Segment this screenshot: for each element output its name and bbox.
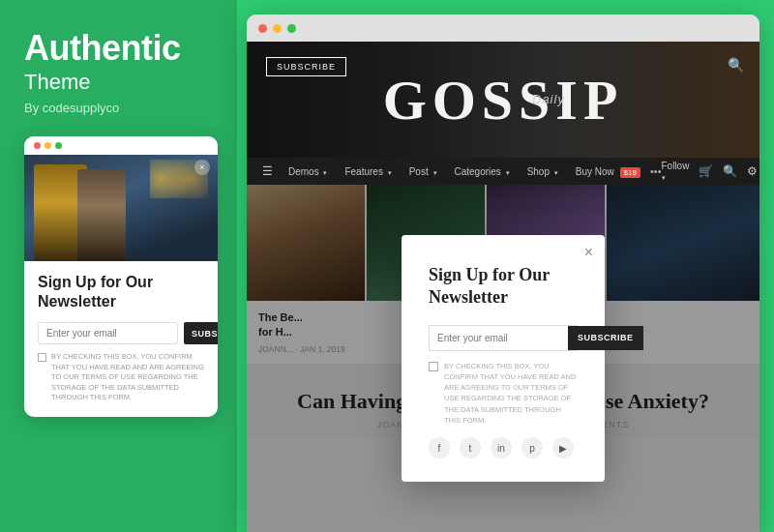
nav-right: Follow ▾ 🛒 🔍 ⚙ (662, 161, 759, 182)
browser-toolbar (247, 15, 759, 42)
cart-icon[interactable]: 🛒 (699, 164, 713, 178)
settings-icon[interactable]: ⚙ (747, 164, 758, 178)
modal-socials: f t in p ▶ (429, 437, 578, 458)
site-content: The Be...for H... JOANN... · JAN 1, 2019… (247, 185, 759, 532)
mobile-card-body: Sign Up for Our Newsletter SUBSCRIBE BY … (24, 261, 218, 417)
modal-checkbox-row: BY CHECKING THIS BOX, YOU CONFIRM THAT Y… (429, 361, 578, 427)
header-subscribe-button[interactable]: SUBSCRIBE (266, 57, 346, 76)
search-icon[interactable]: 🔍 (728, 57, 744, 73)
site-title: GOSSIP (383, 68, 624, 133)
gossip-text: GOSSIP (383, 69, 624, 132)
mobile-email-row: SUBSCRIBE (38, 322, 204, 344)
nav-more-icon[interactable]: ••• (650, 165, 662, 177)
site-header: SUBSCRIBE GOSSIP Daily 🔍 (247, 42, 759, 158)
mobile-dot-yellow (45, 142, 51, 149)
modal-email-input[interactable] (430, 326, 568, 350)
nav-features[interactable]: Features ▾ (337, 163, 399, 181)
mobile-dot-red (34, 142, 41, 149)
nav-categories[interactable]: Categories ▾ (447, 163, 518, 181)
browser-dot-green (287, 24, 296, 33)
mobile-newsletter-title: Sign Up for Our Newsletter (38, 273, 204, 313)
mobile-person-2 (77, 169, 126, 261)
brand-by: By codesupplyco (24, 101, 218, 115)
site-nav: ☰ Demos ▾ Features ▾ Post ▾ Categories ▾… (247, 158, 759, 185)
social-twitter-icon[interactable]: t (460, 437, 481, 458)
left-panel: Authentic Theme By codesupplyco × Sign U… (0, 0, 237, 532)
nav-demos[interactable]: Demos ▾ (281, 163, 335, 181)
social-pinterest-icon[interactable]: p (521, 437, 543, 458)
social-facebook-icon[interactable]: f (429, 437, 450, 458)
brand-title: Authentic (24, 29, 218, 68)
modal-close-button[interactable]: × (584, 245, 593, 260)
mobile-card-header (24, 136, 218, 155)
modal-subscribe-button[interactable]: SUBSCRIBE (568, 326, 643, 350)
browser-dot-yellow (273, 24, 282, 33)
nav-search-icon[interactable]: 🔍 (723, 164, 737, 178)
nav-buy-now[interactable]: Buy Now $19 (568, 163, 648, 181)
social-youtube-icon[interactable]: ▶ (552, 437, 574, 458)
nav-follow[interactable]: Follow ▾ (662, 161, 690, 182)
browser-window: SUBSCRIBE GOSSIP Daily 🔍 ☰ Demos ▾ Featu… (247, 15, 759, 532)
social-instagram-icon[interactable]: in (491, 437, 512, 458)
mobile-card-image: × (24, 155, 218, 261)
mobile-checkbox-row: BY CHECKING THIS BOX, YOU CONFIRM THAT Y… (38, 352, 204, 403)
modal-checkbox[interactable] (429, 362, 438, 371)
newsletter-modal: × Sign Up for Our Newsletter SUBSCRIBE B… (402, 235, 605, 482)
hamburger-icon[interactable]: ☰ (262, 164, 273, 178)
modal-title: Sign Up for Our Newsletter (429, 264, 578, 310)
gossip-daily-text: Daily (532, 92, 565, 106)
mobile-email-input[interactable] (38, 322, 178, 344)
mobile-checkbox[interactable] (38, 353, 46, 362)
buy-badge: $19 (620, 167, 640, 178)
browser-content: SUBSCRIBE GOSSIP Daily 🔍 ☰ Demos ▾ Featu… (247, 42, 759, 532)
mobile-subscribe-button[interactable]: SUBSCRIBE (184, 322, 218, 344)
nav-post[interactable]: Post ▾ (402, 163, 445, 181)
modal-overlay: × Sign Up for Our Newsletter SUBSCRIBE B… (247, 185, 759, 532)
mobile-dot-green (55, 142, 62, 149)
mobile-checkbox-text: BY CHECKING THIS BOX, YOU CONFIRM THAT Y… (51, 352, 204, 403)
modal-email-row: SUBSCRIBE (429, 325, 578, 351)
browser-dot-red (258, 24, 267, 33)
nav-left: ☰ Demos ▾ Features ▾ Post ▾ Categories ▾… (262, 163, 662, 181)
mobile-close-button[interactable]: × (194, 160, 210, 175)
nav-shop[interactable]: Shop ▾ (520, 163, 566, 181)
brand-subtitle: Theme (24, 70, 218, 95)
mobile-preview-card: × Sign Up for Our Newsletter SUBSCRIBE B… (24, 136, 218, 417)
modal-checkbox-text: BY CHECKING THIS BOX, YOU CONFIRM THAT Y… (444, 361, 578, 427)
